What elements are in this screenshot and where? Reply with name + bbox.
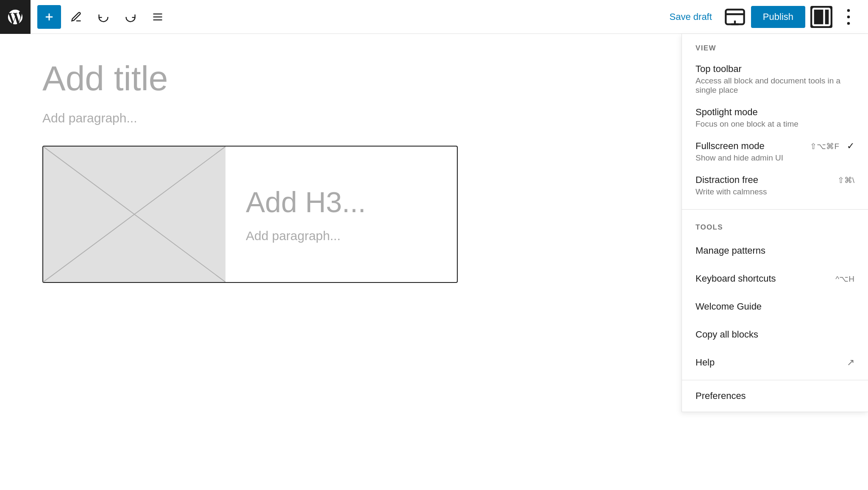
tools-section: TOOLS Manage patterns Keyboard shortcuts… (682, 213, 868, 380)
distraction-free-header: Distraction free ⇧⌘\ (696, 174, 854, 185)
block-text-content: Add H3... Add paragraph... (225, 147, 387, 282)
welcome-guide-item[interactable]: Welcome Guide (682, 293, 868, 321)
image-placeholder-icon (43, 147, 225, 282)
wp-logo (0, 0, 31, 34)
fullscreen-mode-item[interactable]: Fullscreen mode ⇧⌥⌘F ✓ Show and hide adm… (682, 135, 868, 169)
block-paragraph-placeholder[interactable]: Add paragraph... (246, 229, 366, 243)
fullscreen-title: Fullscreen mode (696, 141, 765, 152)
editor-content: Add title Add paragraph... Add H3... Add… (0, 34, 441, 308)
distraction-free-desc: Write with calmness (696, 187, 854, 197)
save-draft-button[interactable]: Save draft (663, 8, 719, 26)
fullscreen-header: Fullscreen mode ⇧⌥⌘F ✓ (696, 141, 854, 152)
wordpress-icon (7, 8, 24, 25)
preferences-item[interactable]: Preferences (682, 382, 868, 410)
distraction-free-item[interactable]: Distraction free ⇧⌘\ Write with calmness (682, 169, 868, 202)
fullscreen-checkmark: ✓ (847, 141, 854, 152)
welcome-guide-label: Welcome Guide (696, 301, 762, 312)
document-overview-button[interactable] (146, 5, 170, 29)
svg-point-11 (847, 9, 850, 11)
spotlight-title: Spotlight mode (696, 107, 758, 118)
copy-all-blocks-item[interactable]: Copy all blocks (682, 321, 868, 349)
top-toolbar-item[interactable]: Top toolbar Access all block and documen… (682, 58, 868, 101)
toolbar: Save draft Publish (0, 0, 868, 34)
toolbar-left (37, 5, 663, 29)
manage-patterns-item[interactable]: Manage patterns (682, 237, 868, 265)
h3-placeholder[interactable]: Add H3... (246, 185, 366, 219)
edit-icon (70, 11, 82, 23)
fullscreen-desc: Show and hide admin UI (696, 153, 854, 163)
top-toolbar-desc: Access all block and document tools in a… (696, 76, 854, 95)
undo-icon (97, 11, 109, 23)
title-placeholder[interactable]: Add title (42, 59, 398, 97)
preview-button[interactable] (724, 6, 746, 28)
top-toolbar-header: Top toolbar (696, 64, 854, 75)
preferences-section: Preferences (682, 380, 868, 412)
more-options-icon (837, 6, 860, 28)
add-block-button[interactable] (37, 5, 61, 29)
undo-button[interactable] (92, 5, 115, 29)
sidebar-icon (810, 6, 832, 28)
manage-patterns-label: Manage patterns (696, 245, 765, 256)
tools-section-title: TOOLS (682, 223, 868, 237)
paragraph-placeholder[interactable]: Add paragraph... (42, 111, 398, 125)
sidebar-toggle-button[interactable] (810, 6, 832, 28)
copy-all-blocks-label: Copy all blocks (696, 329, 758, 340)
publish-button[interactable]: Publish (751, 6, 805, 28)
options-dropdown: VIEW Top toolbar Access all block and do… (682, 34, 868, 412)
distraction-free-shortcut: ⇧⌘\ (837, 175, 854, 185)
toolbar-right: Save draft Publish (663, 6, 860, 28)
preferences-label: Preferences (696, 390, 746, 401)
spotlight-header: Spotlight mode (696, 107, 854, 118)
view-section: VIEW Top toolbar Access all block and do… (682, 34, 868, 206)
top-toolbar-title: Top toolbar (696, 64, 742, 75)
options-button[interactable] (837, 6, 860, 28)
tools-divider (682, 209, 868, 210)
tools-button[interactable] (64, 5, 88, 29)
keyboard-shortcuts-shortcut: ^⌥H (835, 274, 854, 284)
svg-point-13 (847, 22, 850, 25)
media-text-block[interactable]: Add H3... Add paragraph... (42, 146, 458, 283)
spotlight-desc: Focus on one block at a time (696, 119, 854, 129)
help-item[interactable]: Help ↗ (682, 349, 868, 376)
redo-button[interactable] (119, 5, 142, 29)
svg-point-12 (847, 15, 850, 18)
preview-icon (724, 6, 746, 28)
view-section-title: VIEW (682, 44, 868, 58)
spotlight-mode-item[interactable]: Spotlight mode Focus on one block at a t… (682, 101, 868, 135)
external-link-icon: ↗ (847, 357, 854, 368)
fullscreen-shortcut: ⇧⌥⌘F (810, 141, 839, 151)
svg-rect-9 (813, 8, 830, 25)
plus-icon (43, 11, 55, 23)
help-label: Help (696, 357, 715, 368)
fullscreen-controls: ⇧⌥⌘F ✓ (810, 141, 854, 152)
keyboard-shortcuts-item[interactable]: Keyboard shortcuts ^⌥H (682, 265, 868, 293)
distraction-free-title: Distraction free (696, 174, 758, 185)
block-image[interactable] (43, 147, 225, 282)
redo-icon (125, 11, 136, 23)
list-view-icon (152, 11, 164, 23)
keyboard-shortcuts-label: Keyboard shortcuts (696, 273, 776, 284)
